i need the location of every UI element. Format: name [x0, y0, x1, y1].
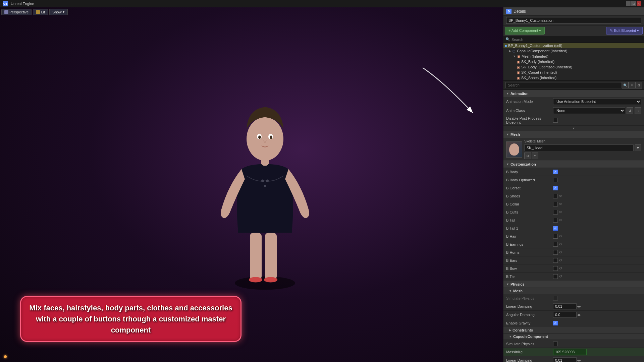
prop-search-input[interactable]: [505, 82, 622, 88]
b-cuffs-reset-icon[interactable]: ↺: [559, 210, 562, 214]
prop-settings-button[interactable]: ⚙: [635, 82, 642, 88]
section-mesh[interactable]: ▼ Mesh: [503, 131, 644, 138]
mesh-browse-btn[interactable]: ↺: [524, 153, 531, 159]
prop-b-earrings-value: ↺: [553, 242, 641, 247]
b-collar-reset-icon[interactable]: ↺: [559, 202, 562, 206]
b-tail-reset-icon[interactable]: ↺: [559, 218, 562, 222]
b-tie-checkbox[interactable]: [553, 274, 558, 279]
properties-area[interactable]: 🔍 ≡ ⚙ ▼ Animation Animation Mode Use Ani…: [503, 81, 644, 362]
prop-b-hair-value: ↺: [553, 234, 641, 239]
b-ears-reset-icon[interactable]: ↺: [559, 258, 562, 262]
tree-item-sk-body[interactable]: ▣ SK_Body (Inherited): [503, 59, 644, 64]
tree-item-self[interactable]: ■ BP_Bunny1_Customization (self): [503, 43, 644, 48]
b-body-checkbox[interactable]: ✓: [553, 170, 558, 174]
tree-item-capsule[interactable]: ▶ ⬡ CapsuleComponent (Inherited): [503, 48, 644, 54]
b-tail1-checkbox[interactable]: ✓: [553, 226, 558, 231]
sub-section-capsule[interactable]: ▼ CapsuleComponent: [503, 334, 644, 340]
b-corset-checkbox[interactable]: ✓: [553, 186, 558, 190]
b-cuffs-checkbox[interactable]: [553, 210, 558, 215]
b-tail-checkbox[interactable]: [553, 218, 558, 223]
title-bar: UE Unreal Engine ─ □ ✕: [0, 0, 644, 7]
b-horns-reset-icon[interactable]: ↺: [559, 250, 562, 254]
simulate-physics-capsule-checkbox[interactable]: [553, 342, 558, 346]
skeletal-mesh-select-btn[interactable]: ▼: [635, 144, 641, 151]
b-bow-reset-icon[interactable]: ↺: [559, 266, 562, 270]
tree-item-sk-shoes[interactable]: ▣ SK_Shoes (Inherited): [503, 75, 644, 80]
b-tie-reset-icon[interactable]: ↺: [559, 275, 562, 278]
simulate-physics-mesh-checkbox[interactable]: [553, 296, 558, 301]
lit-icon: [36, 10, 40, 14]
prop-enable-gravity-mesh-label: Enable Gravity: [506, 321, 553, 325]
skeletal-mesh-name-input[interactable]: [524, 144, 634, 151]
sub-section-constraints[interactable]: ▶ Constraints: [503, 327, 644, 334]
component-tree[interactable]: ■ BP_Bunny1_Customization (self) ▶ ⬡ Cap…: [503, 43, 644, 81]
tree-item-mesh[interactable]: ▼ ▣ Mesh (Inherited): [503, 54, 644, 59]
arrow-svg: [416, 61, 483, 121]
section-customization[interactable]: ▼ Customization: [503, 161, 644, 168]
minimize-button[interactable]: ─: [626, 1, 631, 6]
b-body-opt-checkbox[interactable]: [553, 178, 558, 182]
b-earrings-reset-icon[interactable]: ↺: [559, 242, 562, 246]
tree-item-sk-corset[interactable]: ▣ SK_Corset (Inherited): [503, 70, 644, 75]
show-button[interactable]: Show ▾: [49, 9, 68, 15]
anim-class-browse-btn[interactable]: →: [635, 107, 641, 114]
prop-anim-class-value: None ↺ →: [553, 107, 641, 114]
enable-gravity-mesh-checkbox[interactable]: ✓: [553, 321, 558, 325]
animation-expand-btn[interactable]: ▾: [503, 126, 644, 131]
anim-class-reset-btn[interactable]: ↺: [627, 107, 633, 114]
section-physics[interactable]: ▼ Physics: [503, 281, 644, 288]
tree-sk-shoes-icon: ▣: [517, 76, 520, 80]
blueprint-name-input[interactable]: [506, 17, 641, 24]
skeletal-mesh-row: Skeletal Mesh ▼ ↺ ⌖: [503, 138, 644, 161]
mesh-goto-btn[interactable]: ⌖: [532, 153, 538, 159]
title-bar-controls[interactable]: ─ □ ✕: [626, 1, 641, 6]
prop-b-tail-label: B Tail: [506, 218, 553, 222]
add-component-label: + Add Component ▾: [508, 28, 541, 33]
anim-class-select[interactable]: None: [553, 107, 625, 114]
b-hair-reset-icon[interactable]: ↺: [559, 234, 562, 238]
maximize-button[interactable]: □: [631, 1, 636, 6]
linear-damping-capsule-arrow[interactable]: ◀▶: [577, 359, 581, 362]
prop-b-earrings: B Earrings ↺: [503, 240, 644, 248]
sub-constraints-label: Constraints: [513, 328, 533, 332]
text-overlay: Mix faces, hairstyles, body parts, cloth…: [20, 296, 241, 342]
perspective-button[interactable]: Perspective: [1, 9, 32, 15]
angular-damping-input[interactable]: [553, 312, 577, 318]
tree-search-input[interactable]: [512, 38, 642, 42]
prop-enable-gravity-mesh: Enable Gravity ✓: [503, 319, 644, 327]
svg-point-11: [261, 180, 264, 182]
animation-mode-select[interactable]: Use Animation Blueprint: [553, 98, 641, 105]
tree-item-sk-body-opt[interactable]: ▣ SK_Body_Optimzed (Inherited): [503, 64, 644, 70]
add-component-button[interactable]: + Add Component ▾: [505, 27, 545, 35]
b-bow-checkbox[interactable]: [553, 266, 558, 271]
tree-capsule-icon: ⬡: [513, 49, 516, 53]
b-shoes-reset-icon[interactable]: ↺: [559, 194, 562, 198]
b-horns-checkbox[interactable]: [553, 250, 558, 255]
angular-damping-arrow[interactable]: ◀▶: [577, 313, 581, 316]
section-animation[interactable]: ▼ Animation: [503, 90, 644, 97]
edit-blueprint-button[interactable]: ✎ Edit Blueprint ▾: [606, 27, 643, 35]
viewport[interactable]: Perspective Lit Show ▾: [0, 7, 503, 362]
linear-damping-input[interactable]: [553, 303, 577, 309]
prop-filter-button[interactable]: ≡: [629, 82, 635, 88]
mass-kg-input[interactable]: [553, 349, 587, 355]
prop-b-tie-label: B Tie: [506, 275, 553, 279]
prop-search-button[interactable]: 🔍: [622, 82, 629, 88]
b-earrings-checkbox[interactable]: [553, 242, 558, 247]
prop-angular-damping-label: Angular Damping: [506, 313, 553, 317]
title-bar-title: Unreal Engine: [11, 2, 34, 6]
linear-damping-arrow[interactable]: ◀▶: [577, 305, 581, 308]
prop-animation-mode-label: Animation Mode: [506, 100, 553, 104]
b-ears-checkbox[interactable]: [553, 258, 558, 263]
b-hair-checkbox[interactable]: [553, 234, 558, 239]
disable-post-checkbox[interactable]: [553, 118, 558, 123]
b-shoes-checkbox[interactable]: [553, 194, 558, 198]
close-button[interactable]: ✕: [637, 1, 641, 6]
sub-section-mesh-physics[interactable]: ▼ Mesh: [503, 288, 644, 294]
linear-damping-capsule-input[interactable]: [553, 357, 577, 362]
lit-button[interactable]: Lit: [33, 9, 48, 15]
prop-angular-damping-value: ◀▶: [553, 312, 641, 318]
viewport-toolbar: Perspective Lit Show ▾: [1, 9, 68, 15]
b-collar-checkbox[interactable]: [553, 202, 558, 206]
tree-sk-body-opt-icon: ▣: [517, 65, 520, 69]
